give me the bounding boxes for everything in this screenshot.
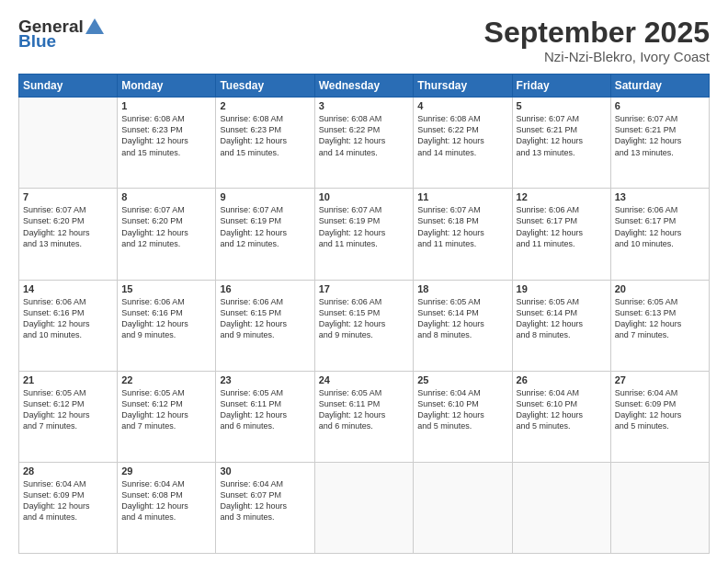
day-number: 28: [23, 465, 113, 477]
calendar-week-row: 21Sunrise: 6:05 AM Sunset: 6:12 PM Dayli…: [19, 371, 710, 462]
day-number: 19: [517, 283, 607, 294]
day-number: 13: [615, 191, 705, 202]
day-info: Sunrise: 6:05 AM Sunset: 6:11 PM Dayligh…: [319, 387, 410, 432]
page: General Blue September 2025 Nzi-Nzi-Blek…: [0, 0, 728, 563]
weekday-header: Saturday: [610, 75, 709, 98]
day-info: Sunrise: 6:06 AM Sunset: 6:16 PM Dayligh…: [121, 296, 211, 341]
calendar-cell: 17Sunrise: 6:06 AM Sunset: 6:15 PM Dayli…: [314, 280, 414, 371]
day-number: 16: [220, 283, 310, 294]
day-number: 12: [517, 191, 607, 202]
day-number: 2: [220, 100, 310, 111]
month-title: September 2025: [484, 17, 710, 49]
calendar-cell: 12Sunrise: 6:06 AM Sunset: 6:17 PM Dayli…: [512, 189, 610, 280]
day-number: 24: [319, 374, 410, 385]
calendar-week-row: 14Sunrise: 6:06 AM Sunset: 6:16 PM Dayli…: [19, 280, 710, 371]
weekday-header: Wednesday: [314, 75, 414, 98]
day-info: Sunrise: 6:05 AM Sunset: 6:12 PM Dayligh…: [121, 387, 211, 432]
calendar-cell: 10Sunrise: 6:07 AM Sunset: 6:19 PM Dayli…: [314, 189, 414, 280]
day-info: Sunrise: 6:08 AM Sunset: 6:22 PM Dayligh…: [417, 113, 507, 158]
calendar-cell: 18Sunrise: 6:05 AM Sunset: 6:14 PM Dayli…: [414, 280, 512, 371]
calendar-cell: 16Sunrise: 6:06 AM Sunset: 6:15 PM Dayli…: [216, 280, 314, 371]
calendar-cell: 30Sunrise: 6:04 AM Sunset: 6:07 PM Dayli…: [216, 462, 314, 553]
day-number: 30: [220, 465, 310, 477]
day-number: 29: [121, 465, 211, 477]
calendar-cell: 8Sunrise: 6:07 AM Sunset: 6:20 PM Daylig…: [118, 189, 216, 280]
calendar-header-row: SundayMondayTuesdayWednesdayThursdayFrid…: [19, 75, 710, 98]
weekday-header: Tuesday: [216, 75, 314, 98]
day-info: Sunrise: 6:07 AM Sunset: 6:21 PM Dayligh…: [517, 113, 607, 158]
calendar-cell: [610, 462, 709, 553]
weekday-header: Monday: [118, 75, 216, 98]
calendar-cell: 19Sunrise: 6:05 AM Sunset: 6:14 PM Dayli…: [512, 280, 610, 371]
calendar-week-row: 1Sunrise: 6:08 AM Sunset: 6:23 PM Daylig…: [19, 98, 710, 189]
calendar-cell: 13Sunrise: 6:06 AM Sunset: 6:17 PM Dayli…: [610, 189, 709, 280]
weekday-header: Friday: [512, 75, 610, 98]
day-info: Sunrise: 6:05 AM Sunset: 6:14 PM Dayligh…: [517, 296, 607, 341]
day-number: 5: [517, 100, 607, 111]
location-title: Nzi-Nzi-Blekro, Ivory Coast: [484, 49, 710, 64]
calendar-cell: 4Sunrise: 6:08 AM Sunset: 6:22 PM Daylig…: [414, 98, 512, 189]
weekday-header: Sunday: [19, 75, 118, 98]
svg-marker-0: [85, 18, 104, 34]
day-info: Sunrise: 6:06 AM Sunset: 6:17 PM Dayligh…: [517, 204, 607, 249]
day-info: Sunrise: 6:05 AM Sunset: 6:14 PM Dayligh…: [417, 296, 507, 341]
calendar-cell: 7Sunrise: 6:07 AM Sunset: 6:20 PM Daylig…: [19, 189, 118, 280]
calendar-cell: 25Sunrise: 6:04 AM Sunset: 6:10 PM Dayli…: [414, 371, 512, 462]
calendar-cell: 29Sunrise: 6:04 AM Sunset: 6:08 PM Dayli…: [118, 462, 216, 553]
day-number: 9: [220, 191, 310, 202]
day-number: 11: [417, 191, 507, 202]
header: General Blue September 2025 Nzi-Nzi-Blek…: [18, 17, 710, 64]
calendar-week-row: 28Sunrise: 6:04 AM Sunset: 6:09 PM Dayli…: [19, 462, 710, 553]
calendar-cell: 3Sunrise: 6:08 AM Sunset: 6:22 PM Daylig…: [314, 98, 414, 189]
day-number: 6: [615, 100, 705, 111]
day-info: Sunrise: 6:07 AM Sunset: 6:20 PM Dayligh…: [23, 204, 113, 249]
day-number: 26: [517, 374, 607, 385]
day-number: 27: [615, 374, 705, 385]
day-info: Sunrise: 6:08 AM Sunset: 6:23 PM Dayligh…: [121, 113, 211, 158]
calendar-cell: 14Sunrise: 6:06 AM Sunset: 6:16 PM Dayli…: [19, 280, 118, 371]
calendar-table: SundayMondayTuesdayWednesdayThursdayFrid…: [18, 74, 710, 554]
day-number: 22: [121, 374, 211, 385]
day-number: 21: [23, 374, 113, 385]
day-info: Sunrise: 6:06 AM Sunset: 6:17 PM Dayligh…: [615, 204, 705, 249]
day-number: 8: [121, 191, 211, 202]
day-number: 14: [23, 283, 113, 294]
calendar-cell: 28Sunrise: 6:04 AM Sunset: 6:09 PM Dayli…: [19, 462, 118, 553]
day-info: Sunrise: 6:04 AM Sunset: 6:10 PM Dayligh…: [517, 387, 607, 432]
calendar-cell: [19, 98, 118, 189]
calendar-cell: 20Sunrise: 6:05 AM Sunset: 6:13 PM Dayli…: [610, 280, 709, 371]
calendar-cell: 9Sunrise: 6:07 AM Sunset: 6:19 PM Daylig…: [216, 189, 314, 280]
calendar-cell: [512, 462, 610, 553]
calendar-cell: 22Sunrise: 6:05 AM Sunset: 6:12 PM Dayli…: [118, 371, 216, 462]
day-info: Sunrise: 6:06 AM Sunset: 6:15 PM Dayligh…: [220, 296, 310, 341]
day-number: 4: [417, 100, 507, 111]
calendar-cell: 23Sunrise: 6:05 AM Sunset: 6:11 PM Dayli…: [216, 371, 314, 462]
day-number: 3: [319, 100, 410, 111]
calendar-cell: [314, 462, 414, 553]
logo-blue: Blue: [18, 31, 56, 52]
calendar-cell: 5Sunrise: 6:07 AM Sunset: 6:21 PM Daylig…: [512, 98, 610, 189]
logo: General Blue: [18, 17, 106, 52]
day-info: Sunrise: 6:07 AM Sunset: 6:20 PM Dayligh…: [121, 204, 211, 249]
day-info: Sunrise: 6:06 AM Sunset: 6:16 PM Dayligh…: [23, 296, 113, 341]
day-info: Sunrise: 6:05 AM Sunset: 6:12 PM Dayligh…: [23, 387, 113, 432]
day-number: 18: [417, 283, 507, 294]
calendar-week-row: 7Sunrise: 6:07 AM Sunset: 6:20 PM Daylig…: [19, 189, 710, 280]
day-number: 17: [319, 283, 410, 294]
calendar-cell: 24Sunrise: 6:05 AM Sunset: 6:11 PM Dayli…: [314, 371, 414, 462]
day-info: Sunrise: 6:04 AM Sunset: 6:07 PM Dayligh…: [220, 478, 310, 523]
day-info: Sunrise: 6:08 AM Sunset: 6:22 PM Dayligh…: [319, 113, 410, 158]
day-number: 1: [121, 100, 211, 111]
calendar-cell: [414, 462, 512, 553]
calendar-cell: 15Sunrise: 6:06 AM Sunset: 6:16 PM Dayli…: [118, 280, 216, 371]
day-info: Sunrise: 6:04 AM Sunset: 6:09 PM Dayligh…: [615, 387, 705, 432]
weekday-header: Thursday: [414, 75, 512, 98]
calendar-cell: 1Sunrise: 6:08 AM Sunset: 6:23 PM Daylig…: [118, 98, 216, 189]
calendar-cell: 6Sunrise: 6:07 AM Sunset: 6:21 PM Daylig…: [610, 98, 709, 189]
day-info: Sunrise: 6:05 AM Sunset: 6:11 PM Dayligh…: [220, 387, 310, 432]
day-number: 25: [417, 374, 507, 385]
calendar-cell: 27Sunrise: 6:04 AM Sunset: 6:09 PM Dayli…: [610, 371, 709, 462]
day-info: Sunrise: 6:04 AM Sunset: 6:08 PM Dayligh…: [121, 478, 211, 523]
day-number: 23: [220, 374, 310, 385]
day-number: 20: [615, 283, 705, 294]
